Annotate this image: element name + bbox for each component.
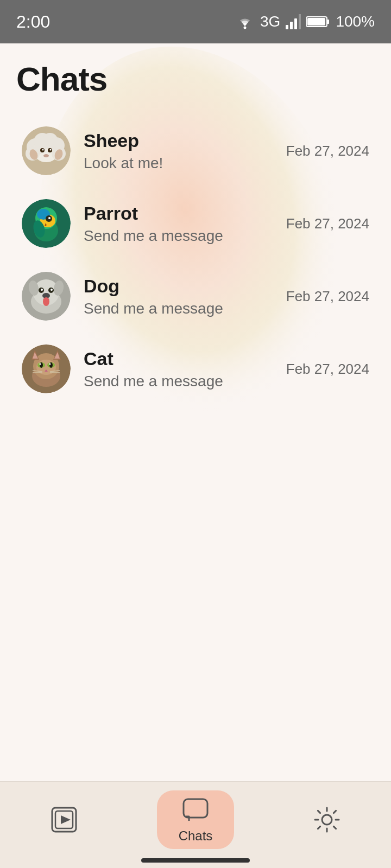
svg-point-42: [43, 297, 49, 306]
svg-point-56: [49, 363, 51, 365]
chat-name-parrot: Parrot: [84, 203, 286, 224]
svg-rect-3: [294, 18, 297, 29]
media-icon: [50, 806, 78, 834]
svg-rect-65: [184, 799, 207, 818]
chat-preview-dog: Send me a message: [84, 300, 286, 317]
network-label: 3G: [260, 13, 280, 30]
chat-name-sheep: Sheep: [84, 130, 286, 151]
avatar-parrot: [22, 199, 71, 248]
chat-item-cat[interactable]: Cat Send me a message Feb 27, 2024: [16, 333, 375, 405]
avatar-sheep: [22, 126, 71, 175]
svg-rect-7: [307, 18, 325, 25]
svg-point-21: [43, 154, 49, 157]
status-icons: 3G 100%: [235, 13, 375, 30]
wifi-icon: [235, 14, 255, 29]
nav-item-chats[interactable]: Chats: [157, 790, 235, 849]
chat-info-parrot: Parrot Send me a message: [84, 203, 286, 245]
nav-label-chats: Chats: [179, 828, 213, 844]
avatar-dog: [22, 272, 71, 321]
svg-point-53: [40, 362, 43, 368]
svg-point-0: [244, 27, 247, 29]
chat-info-cat: Cat Send me a message: [84, 348, 286, 390]
settings-icon: [313, 806, 341, 834]
nav-item-media[interactable]: [28, 800, 100, 839]
chat-info-sheep: Sheep Look at me!: [84, 130, 286, 172]
main-content: Chats: [0, 43, 391, 405]
svg-point-39: [41, 289, 43, 291]
svg-point-40: [51, 289, 53, 291]
chat-item-dog[interactable]: Dog Send me a message Feb 27, 2024: [16, 260, 375, 333]
chat-item-sheep[interactable]: Sheep Look at me! Feb 27, 2024: [16, 114, 375, 187]
chat-info-dog: Dog Send me a message: [84, 276, 286, 317]
chat-preview-cat: Send me a message: [84, 373, 286, 390]
svg-point-54: [49, 362, 53, 368]
svg-point-55: [40, 363, 41, 365]
chat-name-cat: Cat: [84, 348, 286, 369]
chat-icon: [181, 796, 210, 824]
chat-preview-parrot: Send me a message: [84, 227, 286, 245]
chat-date-sheep: Feb 27, 2024: [286, 143, 369, 159]
svg-rect-2: [290, 22, 293, 29]
chat-date-dog: Feb 27, 2024: [286, 288, 369, 305]
svg-point-19: [42, 149, 44, 151]
chat-list: Sheep Look at me! Feb 27, 2024: [16, 114, 375, 405]
svg-rect-6: [327, 20, 329, 24]
status-bar: 2:00 3G 100%: [0, 0, 391, 43]
bottom-nav: Chats: [0, 781, 391, 868]
chat-date-parrot: Feb 27, 2024: [286, 215, 369, 232]
chat-preview-sheep: Look at me!: [84, 155, 286, 172]
home-indicator: [141, 858, 250, 863]
nav-item-settings[interactable]: [291, 800, 363, 839]
chat-date-cat: Feb 27, 2024: [286, 361, 369, 378]
svg-rect-1: [286, 25, 288, 29]
chat-item-parrot[interactable]: Parrot Send me a message Feb 27, 2024: [16, 187, 375, 260]
status-time: 2:00: [16, 12, 50, 32]
svg-rect-4: [299, 14, 301, 29]
svg-point-66: [322, 815, 332, 825]
avatar-cat: [22, 344, 71, 393]
svg-point-20: [50, 149, 52, 151]
svg-point-30: [48, 217, 51, 219]
svg-marker-64: [61, 815, 71, 824]
battery-icon: [306, 15, 330, 28]
chat-name-dog: Dog: [84, 276, 286, 297]
page-title: Chats: [16, 60, 375, 98]
signal-icon: [286, 14, 301, 29]
battery-label: 100%: [336, 13, 375, 30]
